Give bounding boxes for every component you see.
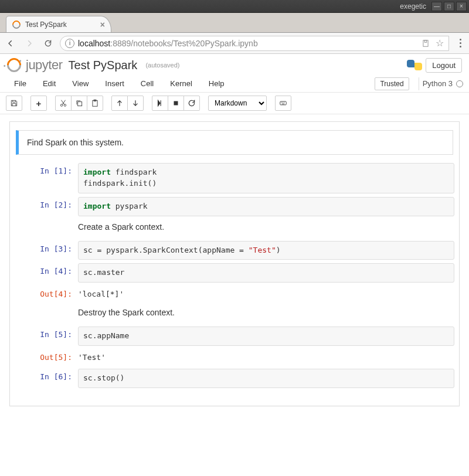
- markdown-text: Destroy the Spark context.: [78, 305, 454, 323]
- back-button[interactable]: [4, 36, 18, 50]
- output-row: Out[5]:'Test': [15, 349, 454, 365]
- move-down-button[interactable]: [127, 96, 144, 111]
- markdown-text: Create a Spark context.: [78, 220, 454, 237]
- menu-help[interactable]: Help: [200, 77, 233, 90]
- forward-button[interactable]: [22, 36, 36, 50]
- bookmark-icon[interactable]: ☆: [436, 38, 444, 49]
- os-titlebar: exegetic — □ ×: [0, 0, 469, 13]
- url-input[interactable]: i localhost:8889/notebooks/Test%20PySpar…: [60, 36, 449, 51]
- menu-cell[interactable]: Cell: [132, 77, 162, 90]
- prompt-empty: [15, 220, 78, 237]
- url-port: :8889: [110, 39, 131, 48]
- close-window-button[interactable]: ×: [456, 2, 467, 11]
- python-logo-icon: [407, 57, 422, 73]
- output-prompt: Out[4]:: [15, 286, 78, 302]
- code-input[interactable]: sc.appName: [78, 327, 454, 346]
- browser-toolbar: i localhost:8889/notebooks/Test%20PySpar…: [0, 33, 469, 54]
- run-button[interactable]: [152, 96, 168, 111]
- insert-cell-button[interactable]: +: [30, 96, 47, 111]
- svg-rect-4: [78, 102, 82, 106]
- output-row: Out[4]:'local[*]': [15, 286, 454, 302]
- jupyter-menubar: File Edit View Insert Cell Kernel Help T…: [0, 75, 469, 93]
- kernel-status-icon: [456, 80, 463, 87]
- markdown-cell-selected[interactable]: Find Spark on this system.: [16, 130, 453, 155]
- input-prompt: In [5]:: [15, 327, 78, 346]
- interrupt-button[interactable]: [168, 96, 184, 111]
- jupyter-favicon-icon: [11, 19, 22, 30]
- paste-button[interactable]: [87, 96, 103, 111]
- code-cell[interactable]: In [3]:sc = pyspark.SparkContext(appName…: [15, 241, 454, 260]
- menu-insert[interactable]: Insert: [97, 77, 132, 90]
- menu-view[interactable]: View: [64, 77, 97, 90]
- code-input[interactable]: import findspark findspark.init(): [78, 163, 454, 193]
- code-cell[interactable]: In [1]:import findspark findspark.init(): [15, 163, 454, 193]
- url-host: localhost: [78, 39, 110, 48]
- notebook-name[interactable]: Test PySpark: [69, 59, 138, 72]
- command-palette-button[interactable]: [275, 96, 291, 111]
- code-cell[interactable]: In [6]:sc.stop(): [15, 369, 454, 388]
- notebook-container: Find Spark on this system.In [1]:import …: [0, 114, 469, 413]
- svg-rect-0: [423, 40, 428, 46]
- markdown-cell[interactable]: Destroy the Spark context.: [15, 305, 454, 323]
- trusted-indicator[interactable]: Trusted: [375, 77, 409, 90]
- input-prompt: In [1]:: [15, 163, 78, 193]
- code-cell[interactable]: In [5]:sc.appName: [15, 327, 454, 346]
- url-path: /notebooks/Test%20PySpark.ipynb: [131, 39, 257, 48]
- tab-title: Test PySpark: [25, 21, 67, 29]
- menu-file[interactable]: File: [6, 77, 35, 90]
- celltype-select[interactable]: Markdown: [208, 96, 267, 111]
- code-input[interactable]: import pyspark: [78, 197, 454, 216]
- svg-rect-8: [280, 101, 287, 105]
- jupyter-logo-icon: [4, 55, 24, 75]
- jupyter-logo-text: jupyter: [26, 57, 63, 73]
- new-tab-button[interactable]: [115, 18, 129, 30]
- reload-button[interactable]: [41, 36, 55, 50]
- tab-close-icon[interactable]: ×: [100, 20, 105, 29]
- kernel-name: Python 3: [423, 79, 453, 88]
- site-info-icon[interactable]: i: [65, 39, 74, 48]
- browser-tab[interactable]: Test PySpark ×: [6, 16, 111, 32]
- markdown-cell[interactable]: Create a Spark context.: [15, 220, 454, 237]
- move-up-button[interactable]: [111, 96, 128, 111]
- svg-rect-7: [174, 101, 178, 106]
- code-input[interactable]: sc.master: [78, 263, 454, 283]
- kernel-indicator[interactable]: Python 3: [423, 79, 463, 88]
- input-prompt: In [2]:: [15, 197, 78, 216]
- maximize-button[interactable]: □: [444, 2, 454, 11]
- save-button[interactable]: [6, 96, 22, 111]
- jupyter-logo[interactable]: jupyter: [7, 57, 63, 73]
- code-cell[interactable]: In [2]:import pyspark: [15, 197, 454, 216]
- svg-rect-1: [424, 40, 427, 42]
- code-cell[interactable]: In [4]:sc.master: [15, 263, 454, 283]
- menu-edit[interactable]: Edit: [35, 77, 64, 90]
- output-text: 'Test': [78, 349, 454, 365]
- jupyter-header: jupyter Test PySpark (autosaved) Logout: [0, 54, 469, 73]
- output-text: 'local[*]': [78, 286, 454, 302]
- save-status: (autosaved): [145, 62, 179, 69]
- input-prompt: In [3]:: [15, 241, 78, 260]
- input-prompt: In [6]:: [15, 369, 78, 388]
- output-prompt: Out[5]:: [15, 349, 78, 365]
- input-prompt: In [4]:: [15, 263, 78, 283]
- save-page-icon[interactable]: [422, 39, 430, 47]
- code-input[interactable]: sc.stop(): [78, 369, 454, 388]
- page-content: jupyter Test PySpark (autosaved) Logout …: [0, 54, 469, 476]
- code-input[interactable]: sc = pyspark.SparkContext(appName = "Tes…: [78, 241, 454, 260]
- browser-tabstrip: Test PySpark ×: [0, 13, 469, 33]
- cut-button[interactable]: [55, 96, 72, 111]
- jupyter-toolbar: + Markdown: [0, 93, 469, 114]
- app-label: exegetic: [400, 2, 426, 11]
- minimize-button[interactable]: —: [431, 2, 442, 11]
- restart-kernel-button[interactable]: [183, 96, 200, 111]
- copy-button[interactable]: [71, 96, 87, 111]
- browser-menu-button[interactable]: [456, 39, 464, 47]
- logout-button[interactable]: Logout: [426, 58, 462, 73]
- menu-kernel[interactable]: Kernel: [162, 77, 200, 90]
- prompt-empty: [15, 305, 78, 323]
